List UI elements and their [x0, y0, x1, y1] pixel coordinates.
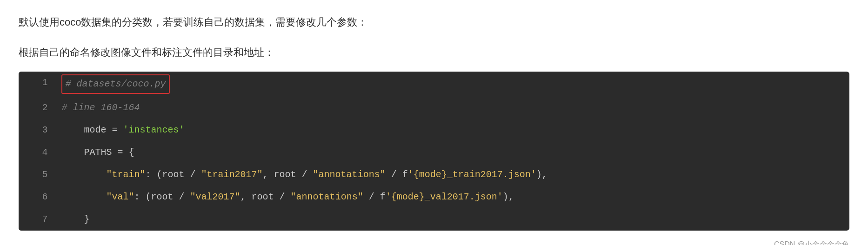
line-number: 4: [19, 141, 57, 164]
line-content: "val": (root / "val2017", root / "annota…: [57, 186, 849, 208]
code-row: 2# line 160-164: [19, 97, 849, 119]
intro-paragraph-1: 默认使用coco数据集的分类数，若要训练自己的数据集，需要修改几个参数：: [19, 14, 849, 30]
line-content: PATHS = {: [57, 141, 849, 164]
code-row: 7 }: [19, 208, 849, 231]
line-content: # line 160-164: [57, 97, 849, 119]
line-content: # datasets/coco.py: [57, 72, 849, 97]
line-content: }: [57, 208, 849, 231]
code-row: 5 "train": (root / "train2017", root / "…: [19, 164, 849, 186]
line-number: 6: [19, 186, 57, 208]
code-row: 6 "val": (root / "val2017", root / "anno…: [19, 186, 849, 208]
code-row: 4 PATHS = {: [19, 141, 849, 164]
line-number: 3: [19, 119, 57, 141]
intro-paragraph-2: 根据自己的命名修改图像文件和标注文件的目录和地址：: [19, 44, 849, 60]
line-number: 2: [19, 97, 57, 119]
line-number: 1: [19, 72, 57, 97]
line-number: 7: [19, 208, 57, 231]
code-row: 1# datasets/coco.py: [19, 72, 849, 97]
code-table: 1# datasets/coco.py2# line 160-1643 mode…: [19, 72, 849, 231]
code-block: 1# datasets/coco.py2# line 160-1643 mode…: [19, 72, 849, 231]
line-content: mode = 'instances': [57, 119, 849, 141]
line-content: "train": (root / "train2017", root / "an…: [57, 164, 849, 186]
code-row: 3 mode = 'instances': [19, 119, 849, 141]
footer-credit: CSDN @小金金金金鱼: [19, 240, 849, 245]
line-number: 5: [19, 164, 57, 186]
